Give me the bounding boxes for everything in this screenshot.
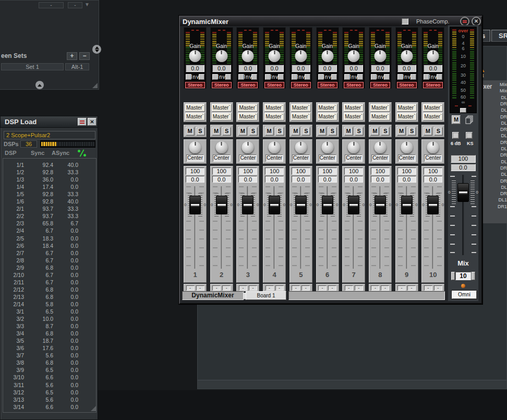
gain-knob[interactable] xyxy=(348,50,360,62)
volume-percent[interactable]: 100 xyxy=(344,167,363,175)
pan-value[interactable]: Center xyxy=(265,154,283,162)
omni-button[interactable]: Omni xyxy=(452,291,477,299)
gain-value[interactable]: 0.0 xyxy=(186,65,204,72)
add-set-button[interactable]: + xyxy=(67,52,77,60)
pan-knob[interactable] xyxy=(242,141,254,153)
gain-value[interactable]: 0.0 xyxy=(424,65,442,72)
panel-resize-grip[interactable] xyxy=(92,83,98,88)
fader-handle[interactable] xyxy=(216,196,227,214)
mute-button[interactable]: M xyxy=(344,127,353,136)
stereo-button[interactable]: Stereo xyxy=(423,82,443,88)
routing-entry[interactable]: DL xyxy=(486,146,507,152)
volume-db[interactable]: 0.0 xyxy=(318,176,337,183)
gain-knob[interactable] xyxy=(401,50,413,62)
gain-knob[interactable] xyxy=(321,50,333,62)
board-num-left-button[interactable] xyxy=(451,272,455,280)
send-cell-1[interactable]: - xyxy=(345,285,353,291)
master-volume-percent[interactable]: 100 xyxy=(451,155,476,163)
output-select-1[interactable]: Master` xyxy=(318,104,337,112)
stereo-button[interactable]: Stereo xyxy=(344,82,364,88)
send-cell-1[interactable]: - xyxy=(212,285,221,291)
output-select-2[interactable]: Master` xyxy=(185,113,205,121)
solo-button[interactable]: S xyxy=(434,127,443,136)
output-select-1[interactable]: Master` xyxy=(264,104,284,112)
gain-knob[interactable] xyxy=(427,50,439,62)
volume-db[interactable]: 0.0 xyxy=(212,176,231,183)
routing-entry[interactable]: DR xyxy=(486,152,507,158)
output-select-2[interactable]: Master` xyxy=(291,113,311,121)
phasecomp-checkbox[interactable] xyxy=(402,18,408,25)
gain-value[interactable]: 0.0 xyxy=(238,65,257,72)
pan-knob[interactable] xyxy=(401,141,413,153)
routing-entry[interactable]: DR xyxy=(486,114,507,120)
routing-entry[interactable]: DL1 xyxy=(486,197,507,203)
gain-value[interactable]: 0.0 xyxy=(318,65,337,72)
gain-value[interactable]: 0.0 xyxy=(212,65,231,72)
volume-db[interactable]: 0.0 xyxy=(292,176,310,183)
6db-button[interactable] xyxy=(452,132,459,139)
pan-value[interactable]: Center xyxy=(186,154,204,162)
stereo-button[interactable]: Stereo xyxy=(212,82,232,88)
pan-value[interactable]: Center xyxy=(292,154,310,162)
mute-button[interactable]: M xyxy=(238,127,247,136)
output-select-1[interactable]: Master` xyxy=(238,104,258,112)
collapse-button[interactable] xyxy=(35,81,44,89)
solo-button[interactable]: S xyxy=(196,127,205,136)
mute-button[interactable]: M xyxy=(186,127,195,136)
routing-entry[interactable]: DR xyxy=(486,178,507,184)
pan-value[interactable]: Center xyxy=(319,154,336,162)
routing-entry[interactable]: DL xyxy=(486,120,507,126)
volume-db[interactable]: 0.0 xyxy=(424,176,442,183)
solo-button[interactable]: S xyxy=(275,127,284,136)
fader-handle[interactable] xyxy=(295,196,307,214)
routing-entry[interactable]: DL xyxy=(486,133,507,139)
send-cell-1[interactable]: - xyxy=(371,285,379,291)
volume-db[interactable]: 0.0 xyxy=(238,176,257,183)
output-select-2[interactable]: Master` xyxy=(397,113,417,121)
send-cell-1[interactable]: - xyxy=(265,285,274,291)
solo-button[interactable]: S xyxy=(328,127,337,136)
routing-entry[interactable]: DL xyxy=(486,184,507,190)
output-select-2[interactable]: Master` xyxy=(344,113,364,121)
dsp-minimize-button[interactable] xyxy=(78,118,87,126)
mute-button[interactable]: M xyxy=(291,127,300,136)
gain-knob[interactable] xyxy=(269,50,281,62)
board-1-button[interactable]: Board 1 xyxy=(246,291,286,300)
volume-percent[interactable]: 100 xyxy=(292,167,310,175)
gain-knob[interactable] xyxy=(374,50,386,62)
send-cell-2[interactable]: - xyxy=(355,285,363,291)
output-select-2[interactable]: Master` xyxy=(264,113,284,121)
output-select-2[interactable]: Master` xyxy=(212,113,232,121)
send-cell-2[interactable]: - xyxy=(328,285,336,291)
mute-button[interactable]: M xyxy=(370,127,379,136)
fader-handle[interactable] xyxy=(375,196,386,214)
volume-percent[interactable]: 100 xyxy=(212,167,231,175)
send-cell-2[interactable]: - xyxy=(381,285,389,291)
output-select-2[interactable]: Master` xyxy=(318,113,337,121)
output-select-1[interactable]: Master` xyxy=(370,104,390,112)
routing-entry[interactable]: DR xyxy=(486,190,507,197)
gain-value[interactable]: 0.0 xyxy=(371,65,390,72)
table-resize-grip[interactable] xyxy=(91,406,96,411)
send-cell-1[interactable]: - xyxy=(318,285,327,291)
solo-button[interactable]: S xyxy=(407,127,416,136)
fader-handle[interactable] xyxy=(401,196,413,214)
mute-button[interactable]: M xyxy=(424,127,432,136)
output-select-1[interactable]: Master` xyxy=(423,104,443,112)
pan-knob[interactable] xyxy=(321,141,333,153)
routing-entry[interactable]: DR xyxy=(486,126,507,133)
stereo-button[interactable]: Stereo xyxy=(318,82,337,88)
output-select-1[interactable]: Master` xyxy=(291,104,311,112)
volume-percent[interactable]: 100 xyxy=(424,167,442,175)
pan-knob[interactable] xyxy=(295,141,307,153)
routing-entry[interactable]: DR xyxy=(486,139,507,146)
fader-handle[interactable] xyxy=(348,196,359,214)
fader-handle[interactable] xyxy=(427,196,439,214)
routing-entry[interactable]: DR1 xyxy=(486,203,507,210)
output-select-1[interactable]: Master` xyxy=(344,104,364,112)
send-cell-2[interactable]: - xyxy=(434,285,442,291)
routing-entry[interactable]: Mix xyxy=(486,81,507,88)
tab-sr-r[interactable]: SR-R xyxy=(491,30,507,42)
stereo-button[interactable]: Stereo xyxy=(291,82,311,88)
volume-db[interactable]: 0.0 xyxy=(397,176,416,183)
